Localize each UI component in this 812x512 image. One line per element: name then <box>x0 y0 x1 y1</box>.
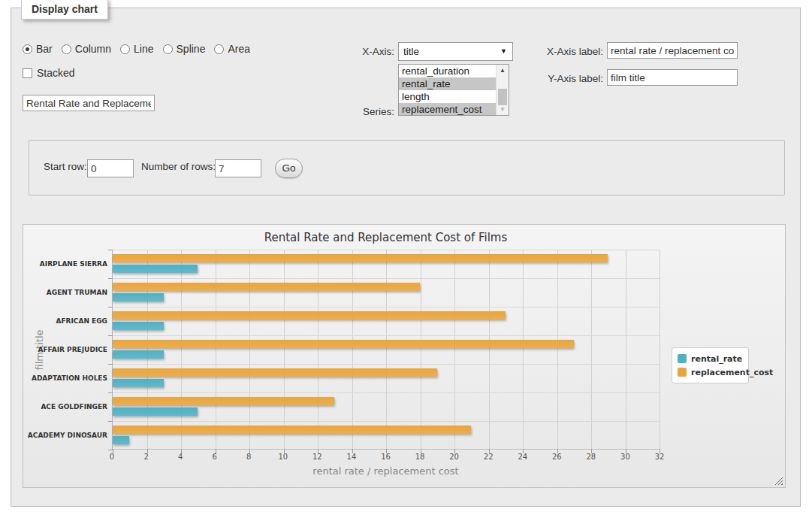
stacked-row: Stacked <box>23 67 75 79</box>
chart-type-group: BarColumnLineSplineArea <box>23 43 259 55</box>
stacked-checkbox[interactable] <box>23 68 32 78</box>
chart-title: Rental Rate and Replacement Cost of Film… <box>112 231 660 244</box>
legend-label: replacement_cost <box>691 368 773 377</box>
chart-type-option-bar[interactable]: Bar <box>23 43 53 55</box>
y-axis-label-label: Y-Axis label: <box>536 73 603 84</box>
start-row-input[interactable] <box>87 159 134 177</box>
x-axis-ticks: 02468101214161820222426283032 <box>112 453 660 462</box>
radio-label: Column <box>75 43 111 55</box>
x-tick-label: 30 <box>620 453 630 461</box>
x-tick-label: 22 <box>484 453 494 461</box>
category-band <box>113 307 660 335</box>
bar-replacement_cost <box>113 254 608 262</box>
legend-swatch <box>678 354 687 363</box>
category-band <box>113 421 660 450</box>
x-tick-label: 10 <box>278 453 288 461</box>
chart-type-option-column[interactable]: Column <box>62 43 111 55</box>
category-band <box>113 392 660 421</box>
series-option[interactable]: length <box>399 90 496 103</box>
series-option[interactable]: replacement_cost <box>399 103 496 116</box>
radio-label: Bar <box>36 43 53 55</box>
scrollbar-down-button[interactable]: ▼ <box>497 104 509 115</box>
category-label: AIRPLANE SIERRA <box>23 250 107 278</box>
legend-item[interactable]: rental_rate <box>678 352 745 365</box>
radio-label: Area <box>228 43 250 55</box>
category-band <box>113 278 660 307</box>
radio-icon[interactable] <box>62 44 71 54</box>
bar-replacement_cost <box>113 340 574 348</box>
chart-type-option-line[interactable]: Line <box>120 43 153 55</box>
radio-label: Spline <box>177 43 206 55</box>
series-listbox[interactable]: rental_durationrental_ratelengthreplacem… <box>398 64 509 116</box>
bar-replacement_cost <box>113 283 420 291</box>
chart-type-option-spline[interactable]: Spline <box>163 43 206 55</box>
category-band <box>113 250 660 278</box>
category-band <box>113 335 660 364</box>
display-chart-panel: Display chart BarColumnLineSplineArea St… <box>11 8 801 507</box>
radio-label: Line <box>134 43 153 55</box>
bar-rental_rate <box>113 379 164 387</box>
category-label: ACADEMY DINOSAUR <box>23 421 107 450</box>
x-axis-label-label: X-Axis label: <box>536 46 603 57</box>
radio-icon[interactable] <box>120 44 130 54</box>
x-tick-label: 2 <box>143 453 148 461</box>
bar-rental_rate <box>113 436 129 444</box>
x-tick-label: 6 <box>213 453 217 461</box>
category-label: ACE GOLDFINGER <box>23 392 107 421</box>
stacked-label: Stacked <box>37 67 75 79</box>
x-tick-label: 18 <box>415 453 425 461</box>
radio-icon[interactable] <box>163 44 173 54</box>
rows-panel: Start row: Number of rows: Go <box>29 140 785 195</box>
number-of-rows-input[interactable] <box>215 159 261 177</box>
chart-type-option-area[interactable]: Area <box>214 43 250 55</box>
radio-icon[interactable] <box>214 44 224 54</box>
bar-replacement_cost <box>113 426 471 434</box>
x-axis-selected-value: title <box>403 46 419 57</box>
category-label: AGENT TRUMAN <box>23 278 107 307</box>
chevron-down-icon: ▼ <box>500 43 507 60</box>
chart-legend: rental_ratereplacement_cost <box>672 347 749 383</box>
bar-rental_rate <box>113 322 164 330</box>
scrollbar-thumb[interactable] <box>498 89 507 105</box>
bar-rental_rate <box>113 350 164 359</box>
panel-title: Display chart <box>21 0 108 20</box>
x-axis-select[interactable]: title ▼ <box>398 42 513 61</box>
x-tick-label: 26 <box>552 453 562 461</box>
category-label: AFRICAN EGG <box>23 307 107 335</box>
tick-mark <box>108 450 113 450</box>
x-tick-label: 12 <box>312 453 322 461</box>
series-option[interactable]: rental_duration <box>399 65 496 77</box>
start-row-label: Start row: <box>44 161 87 172</box>
go-button[interactable]: Go <box>275 159 303 178</box>
number-of-rows-label: Number of rows: <box>141 161 216 172</box>
legend-label: rental_rate <box>691 354 742 364</box>
x-tick-label: 0 <box>110 453 114 461</box>
series-option[interactable]: rental_rate <box>399 77 496 90</box>
bar-rental_rate <box>113 293 164 301</box>
category-band <box>113 364 660 392</box>
gridline <box>660 250 660 449</box>
series-select-label: Series: <box>342 106 394 117</box>
x-axis-select-label: X-Axis: <box>342 46 394 57</box>
plot-area <box>112 250 660 450</box>
x-tick-label: 20 <box>449 453 459 461</box>
radio-icon[interactable] <box>23 44 32 54</box>
bar-rental_rate <box>113 265 198 273</box>
x-axis-label-input[interactable] <box>607 42 738 59</box>
bar-replacement_cost <box>113 368 437 377</box>
category-label: ADAPTATION HOLES <box>23 364 107 392</box>
x-tick-label: 24 <box>518 453 527 461</box>
bar-replacement_cost <box>113 311 506 320</box>
scrollbar-up-button[interactable]: ▲ <box>497 65 509 76</box>
resize-handle-icon[interactable] <box>774 477 783 485</box>
bar-replacement_cost <box>113 397 334 405</box>
chart-title-input[interactable] <box>23 95 155 111</box>
category-label: AFFAIR PREJUDICE <box>23 335 107 364</box>
x-tick-label: 16 <box>381 453 391 461</box>
chart-container: Rental Rate and Replacement Cost of Film… <box>23 224 786 488</box>
listbox-scrollbar[interactable]: ▲ ▼ <box>496 65 509 115</box>
x-tick-label: 8 <box>246 453 251 461</box>
x-tick-label: 14 <box>347 453 357 461</box>
y-axis-label-input[interactable] <box>607 69 738 86</box>
legend-item[interactable]: replacement_cost <box>678 365 745 379</box>
